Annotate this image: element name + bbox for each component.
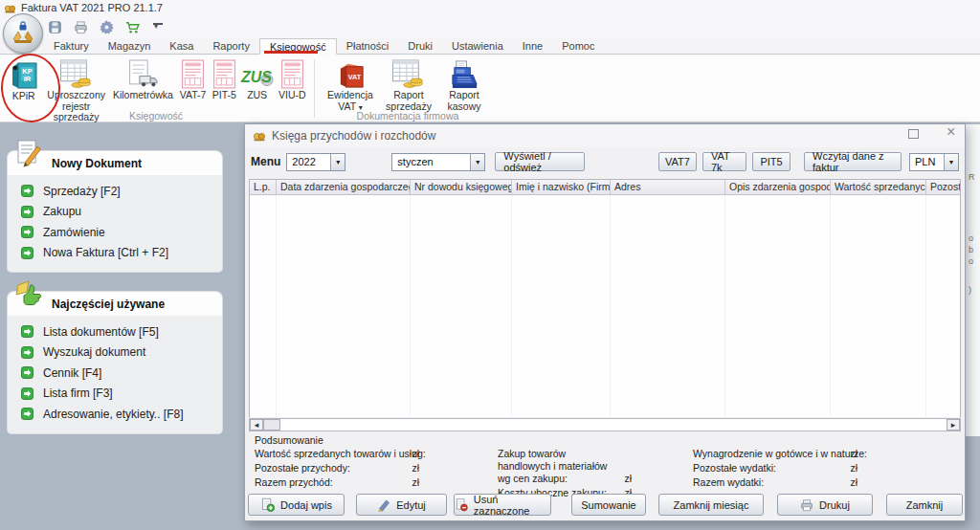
close-icon[interactable] [946,127,959,141]
customize-toolbar-button[interactable] [149,18,167,35]
refresh-button[interactable]: Wyświetl / odśwież [495,152,585,171]
close-month-button[interactable]: Zamknij miesiąc [658,494,764,516]
panel-title: Najczęściej używane [52,298,165,311]
summary-label: Razem wydatki: [693,476,838,489]
tab-ustawienia[interactable]: Ustawienia [442,37,513,54]
summary-value: zł [850,476,858,489]
ribbon-item-kilometrowka[interactable]: Kilometrówka [109,58,177,101]
sidebar-item-lista-firm[interactable]: Lista firm [F3] [21,384,214,405]
scrollbar-thumb[interactable] [263,419,280,431]
thumbs-up-icon [14,279,43,308]
print-button[interactable] [72,18,89,35]
tab-inne[interactable]: Inne [513,37,552,54]
ribbon-item-kpir[interactable]: KPiR [4,58,43,102]
load-from-invoices-button[interactable]: Wczytaj dane z faktur [804,152,902,171]
print-dialog-button[interactable]: Drukuj [777,494,873,516]
column-header-data-zdarzenia[interactable]: Data zdarzenia gospodarczego [277,180,411,194]
tab-pomoc[interactable]: Pomoc [552,37,604,54]
column-header-wartosc[interactable]: Wartość sprzedanych [831,180,926,194]
tab-druki[interactable]: Druki [398,37,442,54]
button-label: Zamknij miesiąc [674,499,749,511]
ribbon-item-label: Raport sprzedaży [380,90,437,112]
settings-gear-button[interactable] [98,18,115,35]
ribbon-item-ewidencja-vat[interactable]: Ewidencja VAT [321,58,380,112]
application-menu-orb[interactable] [3,13,43,54]
currency-dropdown[interactable]: PLN [909,153,959,171]
shop-cart-button[interactable] [123,18,141,35]
vat7-button[interactable]: VAT7 [658,152,697,171]
sidebar-item-sprzedazy[interactable]: Sprzedaży [F2] [21,181,214,202]
year-dropdown[interactable]: 2022 [286,153,345,171]
dropdown-arrow-icon[interactable] [470,154,484,170]
zus-icon [240,63,275,89]
ribbon-item-viud[interactable]: VIU-D [275,58,310,101]
sidebar-item-adresowanie[interactable]: Adresowanie, etykiety.. [F8] [21,404,214,425]
column-header-lp[interactable]: L.p. [250,180,277,194]
edit-button[interactable]: Edytuj [356,494,447,516]
ribbon-group-label: Dokumentacja firmowa [317,110,499,121]
ribbon-item-raport-kasowy[interactable]: Raport kasowy [437,58,491,112]
pit5-button[interactable]: PIT5 [752,152,791,171]
ribbon-item-pit5[interactable]: PIT-5 [209,58,239,101]
add-doc-icon [260,497,275,512]
button-label: Edytuj [396,499,426,511]
kpir-dialog: Księga przychodów i rozchodów Menu 2022 … [244,123,966,521]
tab-ksiegowosc[interactable]: Księgowość [259,38,337,55]
summary-value: zł [412,448,419,460]
orb-lock-icon [10,20,36,47]
ribbon-item-zus[interactable]: ZUS [240,58,275,101]
column-header-opis[interactable]: Opis zdarzenia gospodarczego [725,180,831,194]
sidebar-item-cennik[interactable]: Cennik [F4] [21,363,214,384]
sum-button[interactable]: Sumowanie [571,494,646,516]
summary-label: Zakup towarów handlowych i materiałów wg… [498,448,611,485]
scroll-right-icon[interactable] [947,419,960,431]
summary-value: zł [412,462,419,475]
tab-platnosci[interactable]: Płatności [337,37,399,54]
clipped-text-fragment: o [969,233,973,243]
save-button[interactable] [46,18,63,35]
column-header-pozostale[interactable]: Pozostałe p [926,180,960,194]
close-dialog-button[interactable]: Zamknij [886,494,963,516]
table-body-empty[interactable] [250,195,960,417]
summary-label: Wartość sprzedanych towarów i usług: [255,448,400,460]
tab-faktury[interactable]: Faktury [44,37,99,54]
panel-title: Nowy Dokument [52,157,142,170]
dropdown-arrow-icon[interactable] [330,154,345,170]
customize-arrow-icon [152,21,164,33]
maximize-icon[interactable] [908,129,919,139]
ribbon-item-raport-sprzedazy[interactable]: Raport sprzedaży [380,58,437,112]
sidebar-item-label: Sprzedaży [F2] [43,185,121,198]
month-dropdown[interactable]: styczen [391,153,485,171]
sidebar-item-zakupu[interactable]: Zakupu [21,202,214,223]
green-arrow-icon [21,185,33,197]
summary-value: zł [850,462,858,475]
ribbon-tab-bar: Faktury Magazyn Kasa Raporty Księgowość … [0,38,980,55]
dialog-toolbar: Menu 2022 styczen Wyświetl / odśwież VAT… [245,149,965,174]
dialog-button-row: Dodaj wpis Edytuj Usuń zaznaczone Sumowa… [245,494,965,516]
scrollbar-track[interactable] [263,419,947,431]
background-window-strip: R o b o ) [965,124,980,436]
new-document-icon [14,139,43,167]
green-arrow-icon [21,346,33,359]
tab-kasa[interactable]: Kasa [160,37,203,54]
ribbon-group-dokumentacja: Ewidencja VAT Raport sprzedaży Raport ka… [317,55,499,121]
vat7k-button[interactable]: VAT 7k [702,152,746,171]
tab-raporty[interactable]: Raporty [203,37,259,54]
sidebar-item-lista-dokumentow[interactable]: Lista dokumentów [F5] [21,321,214,342]
sidebar-item-nowa-faktura[interactable]: Nowa Faktura [Ctrl + F2] [21,243,214,264]
ribbon-item-label: ZUS [247,90,267,101]
sidebar-item-wyszukaj-dokument[interactable]: Wyszukaj dokument [21,342,214,364]
scroll-left-icon[interactable] [250,419,263,431]
sidebar-item-zamowienie[interactable]: Zamówienie [21,222,214,243]
column-header-adres[interactable]: Adres [611,180,725,194]
summary-column-income: Wartość sprzedanych towarów i usług:zł P… [255,448,419,491]
add-entry-button[interactable]: Dodaj wpis [248,494,345,516]
column-header-imie-nazwisko[interactable]: Imię i nazwisko (Firma) [512,180,611,194]
horizontal-scrollbar[interactable] [249,418,961,431]
tab-magazyn[interactable]: Magazyn [99,37,161,54]
button-label: Usuń zaznaczone [474,494,550,517]
ribbon-item-vat7[interactable]: VAT-7 [177,58,209,101]
dropdown-arrow-icon[interactable] [944,154,958,170]
column-header-nr-dowodu[interactable]: Nr dowodu księgowego [411,180,512,194]
delete-selected-button[interactable]: Usuń zaznaczone [454,494,551,516]
